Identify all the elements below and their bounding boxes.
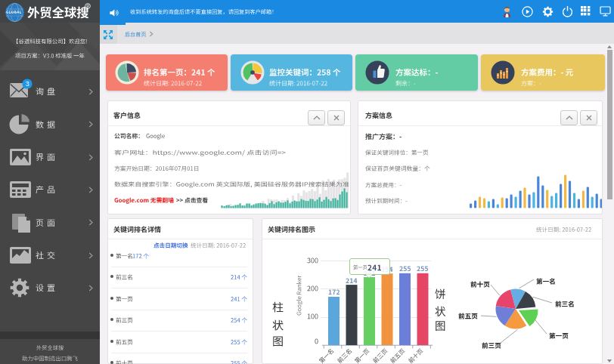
svg-text:3: 3 [25,80,29,88]
